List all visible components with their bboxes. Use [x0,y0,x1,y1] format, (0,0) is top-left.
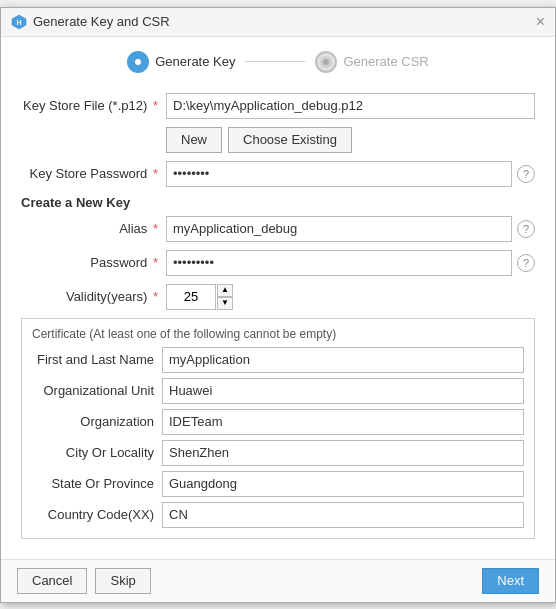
state-row: State Or Province [32,471,524,497]
firstname-label: First and Last Name [32,352,162,367]
required-star-5: * [153,289,158,304]
keystore-file-label: Key Store File (*.p12) * [21,98,166,113]
city-label: City Or Locality [32,445,162,460]
alias-label: Alias * [21,221,166,236]
key-password-row: Password * ? [21,250,535,276]
choose-existing-button[interactable]: Choose Existing [228,127,352,153]
validity-increment-btn[interactable]: ▲ [217,284,233,297]
keystore-password-label: Key Store Password * [21,166,166,181]
footer-left-buttons: Cancel Skip [17,568,151,594]
dialog-title: Generate Key and CSR [33,14,170,29]
step-1-label: Generate Key [155,54,235,69]
step-2-circle [315,51,337,73]
keystore-password-row: Key Store Password * ? [21,161,535,187]
footer: Cancel Skip Next [1,559,555,602]
state-label: State Or Province [32,476,162,491]
country-label: Country Code(XX) [32,507,162,522]
cancel-button[interactable]: Cancel [17,568,87,594]
country-input[interactable] [162,502,524,528]
org-input[interactable] [162,409,524,435]
key-password-label: Password * [21,255,166,270]
country-row: Country Code(XX) [32,502,524,528]
keystore-password-input[interactable] [166,161,512,187]
orgunit-label: Organizational Unit [32,383,162,398]
validity-spinner-btns: ▲ ▼ [217,284,233,310]
step-1-icon [131,55,145,69]
form-content: Key Store File (*.p12) * New Choose Exis… [1,83,555,559]
required-star-2: * [153,166,158,181]
orgunit-input[interactable] [162,378,524,404]
city-input[interactable] [162,440,524,466]
step-divider [245,61,305,62]
skip-button[interactable]: Skip [95,568,150,594]
validity-input[interactable] [166,284,216,310]
step-2-label: Generate CSR [343,54,428,69]
keystore-buttons-row: New Choose Existing [21,127,535,153]
keystore-file-input[interactable] [166,93,535,119]
state-input[interactable] [162,471,524,497]
alias-row: Alias * ? [21,216,535,242]
key-password-input[interactable] [166,250,512,276]
orgunit-row: Organizational Unit [32,378,524,404]
org-label: Organization [32,414,162,429]
keystore-password-help-icon[interactable]: ? [517,165,535,183]
svg-text:H: H [16,19,21,26]
validity-decrement-btn[interactable]: ▼ [217,297,233,310]
stepper: Generate Key Generate CSR [1,37,555,83]
step-2-icon [319,55,333,69]
validity-label: Validity(years) * [21,289,166,304]
validity-row: Validity(years) * ▲ ▼ [21,284,535,310]
new-button[interactable]: New [166,127,222,153]
validity-spinner: ▲ ▼ [166,284,233,310]
title-bar-left: H Generate Key and CSR [11,14,170,30]
svg-point-3 [135,59,141,65]
certificate-title: Certificate (At least one of the followi… [32,327,524,341]
keystore-file-row: Key Store File (*.p12) * [21,93,535,119]
app-icon: H [11,14,27,30]
alias-help-icon[interactable]: ? [517,220,535,238]
step-1-circle [127,51,149,73]
firstname-input[interactable] [162,347,524,373]
close-button[interactable]: × [536,14,545,30]
firstname-row: First and Last Name [32,347,524,373]
required-star: * [153,98,158,113]
required-star-3: * [153,221,158,236]
org-row: Organization [32,409,524,435]
create-new-key-section: Create a New Key [21,195,535,210]
svg-point-5 [323,59,329,65]
certificate-section: Certificate (At least one of the followi… [21,318,535,539]
next-button[interactable]: Next [482,568,539,594]
alias-input[interactable] [166,216,512,242]
required-star-4: * [153,255,158,270]
title-bar: H Generate Key and CSR × [1,8,555,37]
step-2: Generate CSR [315,51,428,73]
city-row: City Or Locality [32,440,524,466]
generate-key-csr-dialog: H Generate Key and CSR × Generate Key [0,7,556,603]
step-1: Generate Key [127,51,235,73]
key-password-help-icon[interactable]: ? [517,254,535,272]
